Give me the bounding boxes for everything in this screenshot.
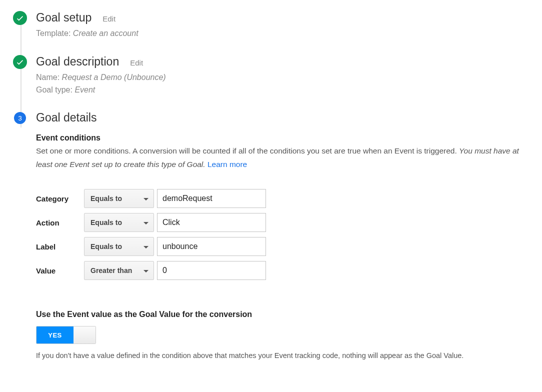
value-value-input[interactable]	[157, 261, 266, 280]
action-value-input[interactable]	[157, 213, 266, 232]
condition-label-label: Label	[36, 242, 81, 251]
category-operator-dropdown[interactable]: Equals to	[84, 189, 154, 208]
chevron-down-icon	[144, 222, 148, 224]
step-title: Goal setup	[36, 11, 92, 24]
step-subtitle: Template: Create an account	[36, 28, 542, 40]
step-goal-setup: Goal setup Edit Template: Create an acco…	[36, 11, 542, 40]
label-operator-dropdown[interactable]: Equals to	[84, 237, 154, 256]
chevron-down-icon	[144, 198, 148, 200]
goal-value-toggle-help: If you don't have a value defined in the…	[36, 350, 527, 362]
goal-value-toggle-label: Use the Event value as the Goal Value fo…	[36, 310, 527, 319]
step-title: Goal details	[36, 111, 96, 124]
toggle-state-text: YES	[36, 326, 74, 344]
step-goal-details: 3 Goal details Event conditions Set one …	[36, 111, 542, 362]
goal-value-toggle[interactable]: YES	[36, 326, 96, 344]
condition-label-action: Action	[36, 218, 81, 227]
step-subtitle: Name: Request a Demo (Unbounce) Goal typ…	[36, 72, 542, 96]
chevron-down-icon	[144, 270, 148, 272]
condition-label-value: Value	[36, 266, 81, 275]
step-goal-description: Goal description Edit Name: Request a De…	[36, 55, 542, 96]
toggle-handle	[74, 326, 96, 344]
edit-link[interactable]: Edit	[130, 58, 143, 67]
value-operator-dropdown[interactable]: Greater than	[84, 261, 154, 280]
condition-label-category: Category	[36, 194, 81, 203]
step-title: Goal description	[36, 55, 119, 68]
event-conditions-header: Event conditions	[36, 134, 527, 142]
action-operator-dropdown[interactable]: Equals to	[84, 213, 154, 232]
label-value-input[interactable]	[157, 237, 266, 256]
event-conditions-help: Set one or more conditions. A conversion…	[36, 144, 527, 171]
category-value-input[interactable]	[157, 189, 266, 208]
check-icon	[13, 11, 27, 25]
step-number-badge: 3	[14, 112, 26, 124]
check-icon	[13, 55, 27, 69]
edit-link[interactable]: Edit	[102, 14, 116, 23]
learn-more-link[interactable]: Learn more	[208, 160, 247, 168]
chevron-down-icon	[144, 246, 148, 248]
